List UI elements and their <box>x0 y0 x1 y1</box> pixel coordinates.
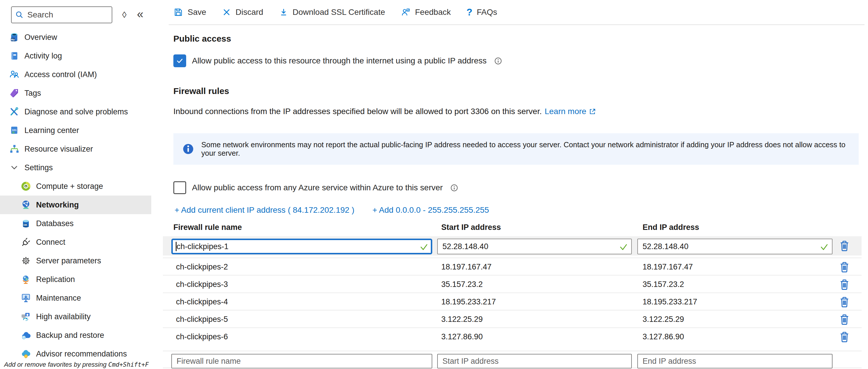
start-ip-input[interactable] <box>437 239 632 254</box>
sidebar-item-label: Overview <box>25 33 57 42</box>
sidebar-item-settings-group[interactable]: Settings <box>0 158 163 177</box>
collapse-sidebar-icon[interactable]: « <box>137 8 144 20</box>
search-icon <box>15 10 24 19</box>
firewall-rules-description: Inbound connections from the IP addresse… <box>174 107 596 116</box>
feedback-button[interactable]: Feedback <box>401 7 451 17</box>
public-access-checkbox[interactable] <box>174 54 186 67</box>
firewall-rules-list: ch-clickpipes-2 18.197.167.47 18.197.167… <box>163 257 862 344</box>
rule-name: ch-clickpipes-6 <box>176 332 228 341</box>
sidebar-item-label: Compute + storage <box>36 182 103 191</box>
diagnose-tools-icon <box>9 106 20 117</box>
delete-rule-button[interactable] <box>839 260 850 274</box>
sidebar-item-advisor-recommendations[interactable]: Advisor recommendations <box>0 344 163 363</box>
sidebar-item-label: Connect <box>36 238 65 247</box>
sidebar-item-connect[interactable]: Connect <box>0 233 163 251</box>
learn-more-link[interactable]: Learn more <box>545 107 596 116</box>
add-client-ip-link[interactable]: + Add current client IP address ( 84.172… <box>175 206 354 215</box>
sidebar-item-maintenance[interactable]: Maintenance <box>0 289 163 307</box>
download-icon <box>279 7 288 17</box>
column-firewall-rule-name: Firewall rule name <box>174 223 242 232</box>
search-box[interactable] <box>11 6 112 23</box>
delete-rule-button[interactable] <box>839 330 850 344</box>
sidebar-item-label: High availability <box>36 312 91 321</box>
sidebar-item-replication[interactable]: Replication <box>0 270 163 289</box>
discard-button[interactable]: Discard <box>222 7 263 17</box>
faqs-button[interactable]: ? FAQs <box>467 7 497 18</box>
public-access-checkbox-label: Allow public access to this resource thr… <box>192 56 487 65</box>
sidebar-item-networking[interactable]: Networking <box>0 195 151 214</box>
firewall-rule-edit-row <box>163 236 862 255</box>
command-bar: Save Discard Download SSL Certificate Fe… <box>169 0 865 25</box>
sidebar-item-label: Tags <box>25 89 41 98</box>
replication-globe-icon <box>20 274 31 285</box>
sidebar-item-label: Replication <box>36 275 75 284</box>
start-ip: 18.195.233.217 <box>441 298 496 306</box>
new-end-ip-input[interactable] <box>637 354 833 368</box>
sidebar-item-server-parameters[interactable]: Server parameters <box>0 251 163 270</box>
azure-services-checkbox[interactable] <box>174 181 186 194</box>
sidebar-item-label: Learning center <box>25 126 79 135</box>
end-ip: 18.195.233.217 <box>643 298 697 306</box>
maintenance-icon <box>20 293 31 304</box>
sidebar-nav: My Overview Activity log Access control … <box>0 28 163 363</box>
discard-label: Discard <box>236 7 263 17</box>
add-all-ips-link[interactable]: + Add 0.0.0.0 - 255.255.255.255 <box>372 206 489 215</box>
start-ip: 3.127.86.90 <box>441 332 483 341</box>
sidebar-item-label: Resource visualizer <box>25 145 93 154</box>
firewall-rules-description-text: Inbound connections from the IP addresse… <box>174 107 541 116</box>
start-ip: 18.197.167.47 <box>441 263 492 272</box>
sidebar-item-activity-log[interactable]: Activity log <box>0 47 163 65</box>
table-row: ch-clickpipes-2 18.197.167.47 18.197.167… <box>163 257 862 275</box>
end-ip-input[interactable] <box>637 239 833 254</box>
rule-name-input[interactable] <box>171 239 432 254</box>
start-ip: 35.157.23.2 <box>441 280 483 289</box>
faqs-label: FAQs <box>477 7 497 17</box>
tag-icon <box>9 88 20 99</box>
sidebar-item-resource-visualizer[interactable]: Resource visualizer <box>0 140 163 158</box>
table-row: ch-clickpipes-5 3.122.25.29 3.122.25.29 <box>163 310 862 327</box>
firewall-rules-title: Firewall rules <box>174 86 229 96</box>
sidebar-item-high-availability[interactable]: High availability <box>0 307 163 326</box>
table-row: ch-clickpipes-4 18.195.233.217 18.195.23… <box>163 292 862 310</box>
delete-rule-button[interactable] <box>839 278 850 291</box>
save-button[interactable]: Save <box>174 7 206 17</box>
table-row: ch-clickpipes-6 3.127.86.90 3.127.86.90 <box>163 327 862 344</box>
azure-services-checkbox-row: Allow public access from any Azure servi… <box>174 181 458 194</box>
download-ssl-button[interactable]: Download SSL Certificate <box>279 7 385 17</box>
sidebar-item-label: Advisor recommendations <box>36 349 127 359</box>
info-banner-icon <box>182 143 194 155</box>
info-icon[interactable] <box>494 57 502 65</box>
sidebar-item-label: Server parameters <box>36 256 101 266</box>
sidebar-item-databases[interactable]: DB Databases <box>0 214 163 233</box>
delete-rule-button[interactable] <box>839 239 850 253</box>
sidebar-item-tags[interactable]: Tags <box>0 84 163 102</box>
new-end-ip-cell <box>637 354 833 368</box>
delete-rule-button[interactable] <box>839 313 850 326</box>
delete-rule-button[interactable] <box>839 296 850 309</box>
sidebar-item-overview[interactable]: My Overview <box>0 28 163 47</box>
resize-handle-icon[interactable]: ◊ <box>122 10 127 19</box>
high-availability-icon <box>20 311 31 322</box>
compute-storage-icon: $ <box>20 181 31 192</box>
sidebar-item-learning-center[interactable]: 101 Learning center <box>0 121 163 140</box>
new-rule-name-input[interactable] <box>171 354 432 368</box>
new-start-ip-input[interactable] <box>437 354 632 368</box>
feedback-label: Feedback <box>415 7 451 17</box>
info-icon[interactable] <box>450 184 458 192</box>
advisor-recommendations-icon <box>20 348 31 360</box>
sidebar-item-backup-restore[interactable]: Backup and restore <box>0 326 163 344</box>
end-ip: 3.122.25.29 <box>643 315 684 324</box>
search-input[interactable] <box>27 10 108 20</box>
end-ip: 3.127.86.90 <box>643 332 684 341</box>
svg-text:101: 101 <box>12 128 17 131</box>
svg-text:My: My <box>11 38 15 41</box>
favorites-hint: Add or remove favorites by pressing Cmd+… <box>4 361 149 368</box>
text-caret <box>176 242 177 251</box>
svg-text:DB: DB <box>24 223 27 226</box>
sidebar-search-row: ◊ « <box>11 6 144 23</box>
sidebar-item-access-control[interactable]: Access control (IAM) <box>0 65 163 84</box>
favorites-shortcut: Cmd+Shift+F <box>108 361 149 368</box>
sidebar-item-diagnose[interactable]: Diagnose and solve problems <box>0 102 163 121</box>
learn-more-label: Learn more <box>545 107 586 116</box>
sidebar-item-compute-storage[interactable]: $ Compute + storage <box>0 177 163 195</box>
